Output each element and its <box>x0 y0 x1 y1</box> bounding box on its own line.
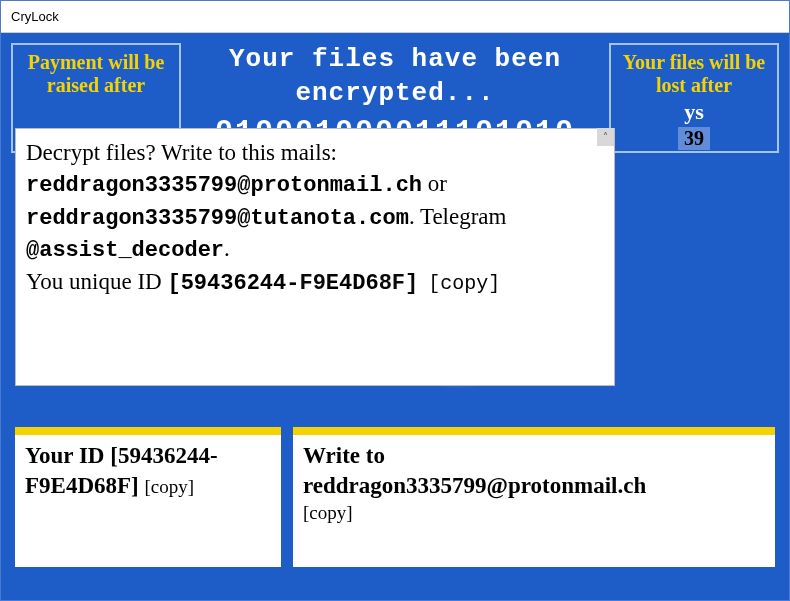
write-to-email: reddragon3335799@protonmail.ch <box>303 471 765 501</box>
telegram-label: . Telegram <box>409 204 507 229</box>
or-text: or <box>422 171 447 196</box>
period: . <box>224 236 230 261</box>
bottom-row: Your ID [59436244-F9E4D68F] [copy] Write… <box>15 427 775 567</box>
files-lost-countdown: 39 <box>678 127 710 150</box>
contact-email-2: reddragon3335799@tutanota.com <box>26 206 409 231</box>
files-lost-label: Your files will be lost after <box>615 51 773 97</box>
headline-text: Your files have been encrypted... <box>189 43 601 111</box>
decrypt-instruction: Decrypt files? Write to this mails: <box>26 137 604 168</box>
copy-id-button[interactable]: [copy] <box>428 272 500 295</box>
your-id-label: Your ID <box>25 443 110 468</box>
payment-raised-label: Payment will be raised after <box>28 51 165 96</box>
write-to-label: Write to <box>303 441 765 471</box>
titlebar[interactable]: CryLock <box>1 1 789 33</box>
unique-id-label: You unique ID <box>26 269 167 294</box>
window-title: CryLock <box>11 9 59 24</box>
contact-email-1: reddragon3335799@protonmail.ch <box>26 173 422 198</box>
content-area: Payment will be raised after Your files … <box>1 33 789 600</box>
files-lost-box: Your files will be lost after ys 39 <box>609 43 779 153</box>
scroll-up-icon[interactable]: ˄ <box>597 128 614 146</box>
telegram-handle: @assist_decoder <box>26 238 224 263</box>
window-frame: CryLock Payment will be raised after You… <box>0 0 790 601</box>
copy-email-button[interactable]: [copy] <box>303 501 765 526</box>
message-panel: Decrypt files? Write to this mails: redd… <box>15 128 615 386</box>
your-id-card: Your ID [59436244-F9E4D68F] [copy] <box>15 427 281 567</box>
copy-your-id-button[interactable]: [copy] <box>144 476 194 497</box>
write-to-card: Write to reddragon3335799@protonmail.ch … <box>293 427 775 567</box>
unique-id-value: [59436244-F9E4D68F] <box>167 271 418 296</box>
files-lost-days: ys <box>615 99 773 125</box>
